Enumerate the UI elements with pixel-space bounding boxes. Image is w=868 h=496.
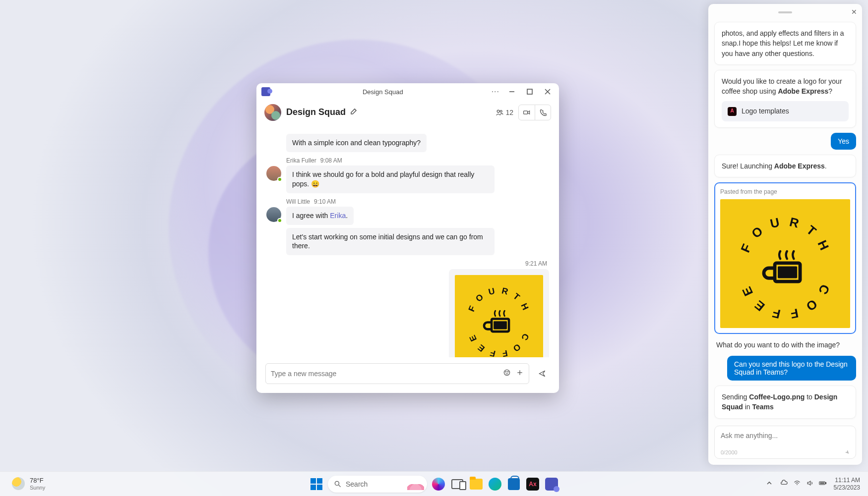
search-placeholder: Search <box>346 480 368 488</box>
copilot-message: What do you want to do with the image? <box>714 339 856 351</box>
message-input[interactable] <box>271 370 498 378</box>
message-time: 9:21 AM <box>525 260 547 267</box>
user-message: Yes <box>831 133 856 150</box>
coffee-logo-image <box>455 275 543 357</box>
chat-header: Design Squad 12 <box>256 100 559 125</box>
card-label: Logo templates <box>742 106 789 116</box>
user-message: Can you send this logo to the Design Squ… <box>727 356 856 381</box>
window-title: Design Squad <box>274 88 492 96</box>
svg-point-13 <box>507 372 508 372</box>
avatar[interactable] <box>266 166 281 181</box>
copilot-message: Would you like to create a logo for your… <box>714 70 856 128</box>
message-author: Will Little <box>286 198 310 205</box>
chat-messages: With a simple icon and clean typography?… <box>256 125 559 357</box>
copilot-taskbar-icon[interactable] <box>431 477 446 492</box>
copilot-panel: ✕ photos, and apply effects and filters … <box>708 4 862 465</box>
svg-rect-5 <box>527 89 532 94</box>
svg-line-17 <box>339 485 341 487</box>
taskbar-center: Search Ax <box>309 476 559 493</box>
coffee-logo-image <box>720 199 850 328</box>
svg-point-12 <box>505 372 506 372</box>
participants-button[interactable]: 12 <box>496 109 513 116</box>
pasted-image-card[interactable]: Pasted from the page <box>714 182 856 334</box>
edge-icon[interactable] <box>488 477 502 492</box>
send-button[interactable] <box>534 366 550 382</box>
message: Will Little9:10 AM I agree with Erika. L… <box>266 198 549 256</box>
emoji-picker-icon[interactable] <box>503 369 511 379</box>
window-more-button[interactable]: ··· <box>492 87 499 96</box>
presence-icon <box>277 177 282 182</box>
logo-templates-card[interactable]: A Logo templates <box>722 101 849 121</box>
copilot-message: Sending Coffee-Logo.png to Design Squad … <box>714 386 856 419</box>
weather-temp: 78°F <box>30 477 45 484</box>
date: 5/23/2023 <box>834 484 860 491</box>
svg-point-11 <box>504 370 509 375</box>
copilot-close-button[interactable]: ✕ <box>851 8 857 16</box>
copilot-compose[interactable]: 0/2000 ➤ <box>714 426 856 459</box>
window-close-button[interactable] <box>539 85 556 99</box>
teams-taskbar-icon[interactable] <box>544 477 559 492</box>
file-explorer-icon[interactable] <box>469 477 484 492</box>
message-time: 9:10 AM <box>314 198 336 205</box>
copilot-input[interactable] <box>721 432 850 440</box>
svg-point-16 <box>335 481 339 485</box>
compose-area <box>256 357 559 393</box>
message-outgoing: 9:21 AM ❤️2 👏2 <box>266 260 549 357</box>
message: With a simple icon and clean typography? <box>266 134 549 152</box>
rename-chat-icon[interactable] <box>350 108 358 117</box>
audio-call-button[interactable] <box>535 105 551 120</box>
participants-count: 12 <box>505 109 513 116</box>
window-minimize-button[interactable] <box>503 85 520 99</box>
volume-icon[interactable] <box>806 479 814 489</box>
weather-icon <box>12 477 25 490</box>
chat-title: Design Squad <box>286 107 346 117</box>
svg-point-8 <box>497 110 500 112</box>
taskbar-search[interactable]: Search <box>328 476 427 493</box>
presence-icon <box>277 218 282 223</box>
image-attachment[interactable] <box>449 269 549 357</box>
svg-rect-20 <box>820 483 824 484</box>
svg-rect-19 <box>825 483 826 484</box>
wifi-icon[interactable] <box>793 479 801 489</box>
search-highlight-icon <box>407 478 424 490</box>
adobe-express-icon: A <box>728 107 737 116</box>
copilot-message: photos, and apply effects and filters in… <box>714 22 856 65</box>
window-maximize-button[interactable] <box>521 85 538 99</box>
message-author: Erika Fuller <box>286 157 316 164</box>
start-button[interactable] <box>309 477 324 492</box>
char-counter: 0/2000 <box>721 449 738 455</box>
emoji-face-with-sunglasses: 😄 <box>311 180 319 188</box>
pasted-label: Pasted from the page <box>720 188 850 195</box>
message-time: 9:08 AM <box>320 157 342 164</box>
battery-icon[interactable] <box>819 479 827 489</box>
svg-rect-10 <box>524 110 528 113</box>
message-text: I agree with Erika. <box>286 207 354 225</box>
attach-icon[interactable] <box>516 369 524 379</box>
adobe-express-icon[interactable]: Ax <box>525 477 540 492</box>
group-avatar[interactable] <box>264 104 281 121</box>
send-icon[interactable]: ➤ <box>844 448 852 456</box>
teams-chat-window: Design Squad ··· Design Squad 12 With a … <box>256 83 559 393</box>
task-view-icon[interactable] <box>450 477 465 492</box>
avatar[interactable] <box>266 207 281 222</box>
weather-condition: Sunny <box>30 485 45 491</box>
onedrive-icon[interactable] <box>780 479 788 489</box>
clock[interactable]: 11:11 AM 5/23/2023 <box>834 477 860 491</box>
message: Erika Fuller9:08 AM I think we should go… <box>266 157 549 193</box>
weather-widget[interactable]: 78°F Sunny <box>12 477 45 490</box>
taskbar: 78°F Sunny Search Ax 11:11 AM 5/23/2023 <box>0 471 868 496</box>
compose-box[interactable] <box>265 363 529 384</box>
video-call-button[interactable] <box>519 105 535 120</box>
copilot-message: Sure! Launching Adobe Express. <box>714 155 856 177</box>
svg-point-9 <box>500 110 502 112</box>
mention[interactable]: Erika <box>330 212 346 220</box>
message-text: I think we should go for a bold and play… <box>286 165 495 193</box>
copilot-drag-handle[interactable]: ✕ <box>708 7 862 18</box>
message-text: With a simple icon and clean typography? <box>286 134 427 152</box>
microsoft-store-icon[interactable] <box>506 477 521 492</box>
message-text: Let's start working on some initial desi… <box>286 228 495 256</box>
teams-app-icon <box>261 87 270 96</box>
tray-overflow-icon[interactable] <box>765 479 773 489</box>
search-icon <box>334 480 342 488</box>
window-titlebar[interactable]: Design Squad ··· <box>256 83 559 100</box>
